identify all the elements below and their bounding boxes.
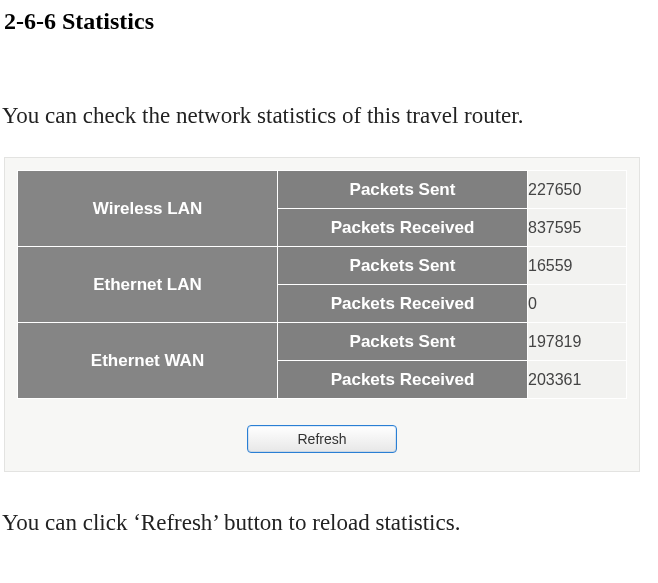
interface-wireless-lan: Wireless LAN — [18, 171, 278, 247]
refresh-button[interactable]: Refresh — [247, 425, 397, 453]
value-ethwan-sent: 197819 — [528, 323, 627, 361]
value-wireless-recv: 837595 — [528, 209, 627, 247]
interface-ethernet-lan: Ethernet LAN — [18, 247, 278, 323]
metric-packets-sent: Packets Sent — [278, 171, 528, 209]
button-row: Refresh — [17, 399, 627, 459]
metric-packets-received: Packets Received — [278, 361, 528, 399]
metric-packets-sent: Packets Sent — [278, 323, 528, 361]
value-ethlan-sent: 16559 — [528, 247, 627, 285]
table-row: Ethernet LAN Packets Sent 16559 — [18, 247, 627, 285]
metric-packets-received: Packets Received — [278, 209, 528, 247]
table-row: Ethernet WAN Packets Sent 197819 — [18, 323, 627, 361]
metric-packets-sent: Packets Sent — [278, 247, 528, 285]
intro-text: You can check the network statistics of … — [2, 103, 658, 129]
table-row: Wireless LAN Packets Sent 227650 — [18, 171, 627, 209]
page-title: 2-6-6 Statistics — [4, 8, 658, 35]
value-wireless-sent: 227650 — [528, 171, 627, 209]
outro-text: You can click ‘Refresh’ button to reload… — [2, 510, 658, 536]
value-ethlan-recv: 0 — [528, 285, 627, 323]
statistics-table: Wireless LAN Packets Sent 227650 Packets… — [17, 170, 627, 399]
interface-ethernet-wan: Ethernet WAN — [18, 323, 278, 399]
value-ethwan-recv: 203361 — [528, 361, 627, 399]
metric-packets-received: Packets Received — [278, 285, 528, 323]
statistics-panel: Wireless LAN Packets Sent 227650 Packets… — [4, 157, 640, 472]
